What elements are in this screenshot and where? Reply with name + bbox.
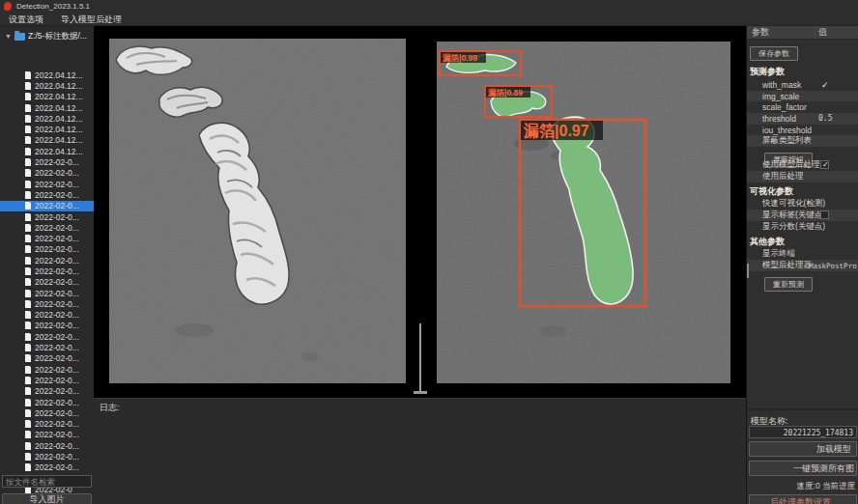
post-processor-value[interactable]: MaskPostPro	[809, 262, 857, 270]
file-item[interactable]: 2022-02-0...	[0, 407, 94, 418]
file-item[interactable]: 2022-02-0...	[0, 386, 94, 397]
file-item-label: 2022-02-0...	[35, 353, 79, 363]
file-item[interactable]: 2022-02-0...	[0, 375, 94, 385]
file-icon	[25, 82, 31, 90]
file-item[interactable]: 2022.04.12...	[0, 102, 94, 113]
prediction-image-canvas[interactable]: 漏箔|0.99 漏箔|0.89 漏箔|0.97	[437, 42, 730, 383]
view-splitter[interactable]	[419, 323, 421, 393]
title-bar: Detection_2023.1.5.1	[0, 0, 858, 13]
threshold-value[interactable]: 0.5	[818, 114, 832, 123]
file-item[interactable]: 2022-02-0...	[0, 255, 94, 266]
menu-item-import-postprocess[interactable]: 导入模型后处理	[52, 13, 130, 26]
param-column-header: 参数	[747, 26, 815, 39]
search-input[interactable]	[2, 475, 92, 488]
re-predict-button[interactable]: 重新预测	[764, 277, 813, 292]
post-param-settings-button[interactable]: 后处理参数设置	[749, 494, 857, 504]
file-item[interactable]: 2022-02-0...	[0, 211, 94, 222]
param-row-mask-type-list[interactable]: 屏蔽类型列表	[747, 135, 858, 147]
file-item[interactable]: 2022.04.12...	[0, 70, 94, 80]
param-row-show-score-kp[interactable]: 显示分数(关键点)	[747, 221, 858, 233]
file-icon	[25, 148, 31, 155]
file-list[interactable]: 2022.04.12... 2022.04.12... 2022.04.12..…	[0, 70, 94, 499]
file-icon	[25, 354, 31, 362]
file-item[interactable]: 2022-02-0...	[0, 233, 94, 243]
file-item[interactable]: 2022-02-0...	[0, 440, 94, 451]
param-row-quick-visual[interactable]: 快速可视化(检测)	[747, 199, 858, 210]
file-item[interactable]: 2022-02-0...	[0, 179, 94, 189]
file-item[interactable]: 2022-02-0...	[0, 222, 94, 233]
param-label: img_scale	[762, 92, 799, 101]
param-row-post-processor[interactable]: 模型后处理器 MaskPostPro	[747, 260, 858, 271]
panel-scrollbar[interactable]	[747, 264, 749, 278]
save-params-button[interactable]: 保存参数	[750, 46, 798, 61]
original-image-canvas[interactable]	[109, 39, 406, 383]
param-label: 使用模型后处理	[762, 159, 820, 171]
image-viewer-area: 漏箔|0.99 漏箔|0.89 漏箔|0.97	[94, 26, 746, 398]
file-icon	[25, 322, 31, 329]
log-title: 日志:	[100, 402, 746, 414]
file-item[interactable]: 2022-02-0...	[0, 331, 94, 342]
file-item[interactable]: 2022.04.12...	[0, 124, 94, 134]
model-name-field[interactable]: 20221225_174813	[749, 426, 857, 438]
file-item-label: 2022-02-0...	[35, 180, 79, 189]
file-item[interactable]: 2022.04.12...	[0, 113, 94, 124]
file-icon	[25, 463, 31, 471]
file-item[interactable]: 2022-02-0...	[0, 364, 94, 375]
file-item[interactable]: 2022-02-0...	[0, 189, 94, 200]
view-splitter-handle[interactable]	[414, 391, 427, 394]
param-row-img-scale[interactable]: img_scale	[747, 91, 858, 102]
param-row-iou-threshold[interactable]: iou_threshold	[747, 125, 858, 136]
file-item[interactable]: 2022-02-0...	[0, 277, 94, 288]
file-item[interactable]: 2022-02-0...	[0, 156, 94, 167]
load-model-button[interactable]: 加载模型	[749, 441, 857, 457]
file-item[interactable]: 2022-02-0...	[0, 168, 94, 179]
file-item[interactable]: 2022-02-0...	[0, 310, 94, 321]
section-predict-params: 预测参数	[747, 63, 858, 79]
param-row-use-post[interactable]: 使用后处理	[747, 171, 858, 182]
app-window: Detection_2023.1.5.1 设置选项 导入模型后处理 ▼ Z:/5…	[0, 0, 858, 504]
param-label: 显示标签(关键点)	[762, 210, 825, 221]
param-row-show-terminal[interactable]: 显示终端	[747, 249, 858, 261]
file-item[interactable]: 2022.04.12...	[0, 135, 94, 146]
file-item[interactable]: 2022.04.12...	[0, 80, 94, 91]
menu-item-settings[interactable]: 设置选项	[0, 13, 52, 26]
file-icon	[25, 399, 31, 406]
file-item[interactable]: 2022-02-0...	[0, 462, 94, 473]
show-label-checkbox[interactable]	[820, 210, 829, 219]
param-row-scale-factor[interactable]: scale_factor	[747, 101, 858, 113]
file-item[interactable]: 2022-02-0...	[0, 298, 94, 309]
file-item-label: 2022.04.12...	[35, 125, 83, 134]
file-item[interactable]: 2022-02-0...	[0, 342, 94, 352]
tree-expander-icon[interactable]: ▼	[5, 33, 12, 40]
param-row-show-label-kp[interactable]: 显示标签(关键点)	[747, 210, 858, 221]
param-row-use-model-post[interactable]: 使用模型后处理	[747, 159, 858, 171]
log-panel[interactable]: 日志:	[94, 398, 746, 504]
file-item[interactable]: 2022-02-0...	[0, 430, 94, 440]
file-item[interactable]: 2022-02-0...	[0, 353, 94, 364]
use-model-post-checkbox[interactable]	[820, 160, 829, 169]
file-item-label: 2022-02-0...	[35, 430, 79, 439]
tree-root-folder[interactable]: ▼ Z:/5-标注数据/...	[0, 29, 94, 43]
file-item[interactable]: 2022-02-0...	[0, 397, 94, 407]
right-smudge	[539, 325, 566, 337]
left-smudge	[301, 352, 319, 362]
import-images-button[interactable]: 导入图片	[2, 493, 92, 504]
file-item-label: 2022-02-0...	[35, 441, 79, 451]
file-icon	[25, 420, 31, 428]
predict-all-button[interactable]: 一键预测所有图	[749, 461, 857, 476]
file-item[interactable]: 2022-02-0...	[0, 419, 94, 430]
file-item[interactable]: 2022-02-0...	[0, 201, 94, 211]
file-item[interactable]: 2022-02-0...	[0, 321, 94, 331]
file-item-label: 2022-02-0...	[35, 343, 79, 352]
param-row-threshold[interactable]: threshold 0.5	[747, 113, 858, 125]
file-item-label: 2022-02-0...	[35, 277, 79, 287]
file-item[interactable]: 2022-02-0...	[0, 266, 94, 276]
file-icon	[25, 344, 31, 351]
file-item[interactable]: 2022-02-0...	[0, 244, 94, 255]
file-item[interactable]: 2022.04.12...	[0, 146, 94, 156]
param-row-with-mask[interactable]: with_mask ✓	[747, 79, 858, 91]
file-icon	[25, 245, 31, 253]
file-item[interactable]: 2022-02-0...	[0, 288, 94, 298]
file-item[interactable]: 2022.04.12...	[0, 92, 94, 102]
file-item[interactable]: 2022-02-0...	[0, 451, 94, 462]
